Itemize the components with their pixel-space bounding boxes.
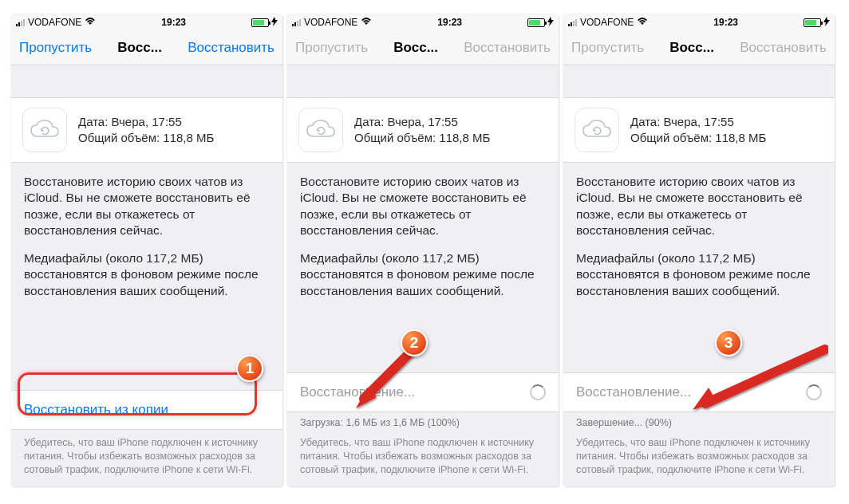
clock: 19:23	[648, 17, 804, 28]
restoring-row: Восстановление...	[287, 372, 559, 412]
skip-button: Пропустить	[295, 40, 368, 56]
cloud-refresh-icon	[298, 108, 343, 152]
nav-bar: Пропустить Восс... Восстановить	[11, 30, 282, 65]
footnote: Убедитесь, что ваш iPhone подключен к ис…	[11, 430, 282, 486]
clock: 19:23	[372, 17, 527, 28]
status-bar: VODAFONE 19:23	[287, 14, 559, 30]
bolt-icon	[823, 17, 830, 29]
finishing-progress: Завершение... (90%)	[563, 412, 835, 430]
screenshot-2: VODAFONE 19:23 Пропустить Восс... Восста…	[287, 14, 559, 486]
backup-date: Дата: Вчера, 17:55	[630, 114, 766, 130]
cloud-refresh-icon	[575, 108, 619, 152]
spinner-icon	[806, 384, 822, 400]
battery-icon	[251, 18, 269, 27]
nav-bar: Пропустить Восс... Восстановить	[287, 30, 559, 65]
backup-size: Общий объём: 118,8 МБ	[630, 130, 766, 146]
carrier-label: VODAFONE	[580, 17, 634, 28]
restore-from-copy-button[interactable]: Восстановить из копии	[11, 390, 282, 430]
signal-icon	[292, 18, 301, 26]
page-title: Восс...	[669, 40, 714, 56]
spinner-icon	[530, 384, 546, 400]
signal-icon	[16, 18, 25, 26]
backup-size: Общий объём: 118,8 МБ	[354, 130, 490, 146]
description: Восстановите историю своих чатов из iClo…	[563, 163, 835, 304]
skip-button: Пропустить	[571, 40, 644, 56]
wifi-icon	[637, 17, 648, 28]
carrier-label: VODAFONE	[28, 17, 81, 28]
description: Восстановите историю своих чатов из iClo…	[287, 163, 559, 304]
description: Восстановите историю своих чатов из iClo…	[11, 163, 282, 304]
battery-icon	[527, 18, 545, 27]
signal-icon	[568, 18, 577, 26]
restoring-row: Восстановление...	[563, 372, 835, 412]
backup-size: Общий объём: 118,8 МБ	[78, 130, 214, 146]
bolt-icon	[547, 17, 554, 29]
backup-date: Дата: Вчера, 17:55	[354, 114, 490, 130]
restore-button: Восстановить	[740, 40, 827, 56]
footnote: Убедитесь, что ваш iPhone подключен к ис…	[563, 430, 835, 486]
restore-button[interactable]: Восстановить	[188, 40, 274, 56]
carrier-label: VODAFONE	[304, 17, 357, 28]
battery-icon	[804, 18, 821, 27]
desc-p2: Медиафайлы (около 117,2 МБ) восстановятс…	[24, 250, 270, 299]
clock: 19:23	[96, 17, 251, 28]
bolt-icon	[271, 17, 278, 29]
nav-bar: Пропустить Восс... Восстановить	[563, 30, 835, 65]
screenshot-1: VODAFONE 19:23 Пропустить Восс... Восста…	[11, 14, 282, 486]
restore-from-copy-label: Восстановить из копии	[24, 402, 168, 418]
content-area: Дата: Вчера, 17:55 Общий объём: 118,8 МБ…	[287, 65, 559, 486]
wifi-icon	[361, 17, 372, 28]
step-badge-2: 2	[401, 329, 428, 356]
step-badge-3: 3	[715, 329, 742, 356]
backup-date: Дата: Вчера, 17:55	[78, 114, 214, 130]
download-progress: Загрузка: 1,6 МБ из 1,6 МБ (100%)	[287, 412, 559, 430]
step-badge-1: 1	[236, 355, 263, 382]
content-area: Дата: Вчера, 17:55 Общий объём: 118,8 МБ…	[11, 65, 282, 486]
desc-p2: Медиафайлы (около 117,2 МБ) восстановятс…	[576, 250, 822, 299]
restoring-label: Восстановление...	[576, 384, 691, 400]
desc-p1: Восстановите историю своих чатов из iClo…	[300, 174, 546, 239]
backup-info-card: Дата: Вчера, 17:55 Общий объём: 118,8 МБ	[287, 97, 559, 163]
cloud-refresh-icon	[22, 108, 67, 152]
content-area: Дата: Вчера, 17:55 Общий объём: 118,8 МБ…	[563, 65, 835, 486]
desc-p1: Восстановите историю своих чатов из iClo…	[576, 174, 822, 239]
footnote: Убедитесь, что ваш iPhone подключен к ис…	[287, 430, 559, 486]
skip-button[interactable]: Пропустить	[19, 40, 92, 56]
desc-p2: Медиафайлы (около 117,2 МБ) восстановятс…	[300, 250, 546, 299]
page-title: Восс...	[393, 40, 438, 56]
screenshot-3: VODAFONE 19:23 Пропустить Восс... Восста…	[563, 14, 835, 486]
restoring-label: Восстановление...	[300, 384, 415, 400]
status-bar: VODAFONE 19:23	[11, 14, 282, 30]
wifi-icon	[85, 17, 96, 28]
backup-info-card: Дата: Вчера, 17:55 Общий объём: 118,8 МБ	[563, 97, 835, 163]
backup-info-card: Дата: Вчера, 17:55 Общий объём: 118,8 МБ	[11, 97, 282, 163]
page-title: Восс...	[117, 40, 162, 56]
status-bar: VODAFONE 19:23	[563, 14, 835, 30]
desc-p1: Восстановите историю своих чатов из iClo…	[24, 174, 270, 239]
restore-button: Восстановить	[464, 40, 551, 56]
